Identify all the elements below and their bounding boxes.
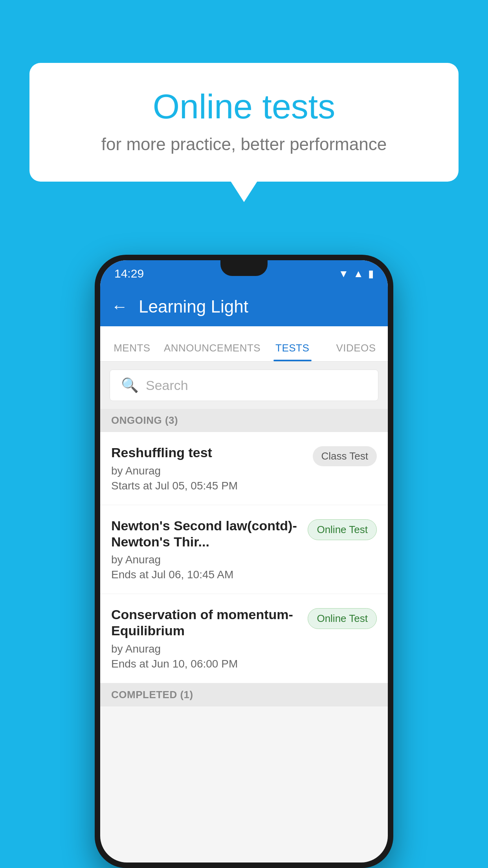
completed-section-label: COMPLETED (1)	[100, 683, 388, 706]
test-info-2: Newton's Second law(contd)-Newton's Thir…	[111, 518, 301, 581]
test-info-1: Reshuffling test by Anurag Starts at Jul…	[111, 445, 306, 492]
battery-icon: ▮	[368, 268, 374, 280]
signal-icon: ▲	[353, 268, 363, 280]
tab-ments[interactable]: MENTS	[100, 342, 164, 361]
tests-list: Reshuffling test by Anurag Starts at Jul…	[100, 432, 388, 683]
search-placeholder: Search	[146, 378, 188, 393]
test-author-3: by Anurag	[111, 643, 301, 655]
test-item-3[interactable]: Conservation of momentum-Equilibrium by …	[100, 594, 388, 683]
tab-bar: MENTS ANNOUNCEMENTS TESTS VIDEOS	[100, 326, 388, 362]
test-name-2: Newton's Second law(contd)-Newton's Thir…	[111, 518, 301, 550]
tab-tests[interactable]: TESTS	[261, 342, 324, 361]
test-date-1: Starts at Jul 05, 05:45 PM	[111, 480, 306, 492]
back-button[interactable]: ←	[111, 297, 128, 316]
phone-frame: 14:29 ▼ ▲ ▮ ← Learning Light MENTS ANNOU…	[95, 255, 393, 868]
status-icons: ▼ ▲ ▮	[339, 268, 374, 280]
test-author-1: by Anurag	[111, 465, 306, 477]
ongoing-section-label: ONGOING (3)	[100, 409, 388, 432]
test-badge-2: Online Test	[308, 519, 377, 540]
wifi-icon: ▼	[339, 268, 349, 280]
tab-announcements[interactable]: ANNOUNCEMENTS	[164, 342, 261, 361]
speech-bubble: Online tests for more practice, better p…	[29, 63, 459, 182]
bubble-title: Online tests	[61, 86, 427, 127]
test-date-2: Ends at Jul 06, 10:45 AM	[111, 568, 301, 581]
test-info-3: Conservation of momentum-Equilibrium by …	[111, 607, 301, 670]
search-icon: 🔍	[121, 377, 139, 394]
test-name-1: Reshuffling test	[111, 445, 306, 461]
status-time: 14:29	[114, 267, 144, 280]
phone-screen: 14:29 ▼ ▲ ▮ ← Learning Light MENTS ANNOU…	[100, 260, 388, 862]
test-date-3: Ends at Jun 10, 06:00 PM	[111, 658, 301, 670]
top-bar: ← Learning Light	[100, 287, 388, 326]
tab-videos[interactable]: VIDEOS	[324, 342, 388, 361]
test-item-2[interactable]: Newton's Second law(contd)-Newton's Thir…	[100, 505, 388, 594]
bubble-subtitle: for more practice, better performance	[61, 134, 427, 154]
test-badge-3: Online Test	[308, 608, 377, 629]
test-item-1[interactable]: Reshuffling test by Anurag Starts at Jul…	[100, 432, 388, 505]
test-author-2: by Anurag	[111, 554, 301, 566]
phone-container: 14:29 ▼ ▲ ▮ ← Learning Light MENTS ANNOU…	[95, 255, 393, 868]
test-name-3: Conservation of momentum-Equilibrium	[111, 607, 301, 639]
notch	[220, 260, 268, 276]
search-bar-container: 🔍 Search	[100, 362, 388, 409]
search-bar[interactable]: 🔍 Search	[110, 370, 378, 401]
test-badge-1: Class Test	[313, 446, 377, 466]
app-title: Learning Light	[139, 297, 248, 316]
